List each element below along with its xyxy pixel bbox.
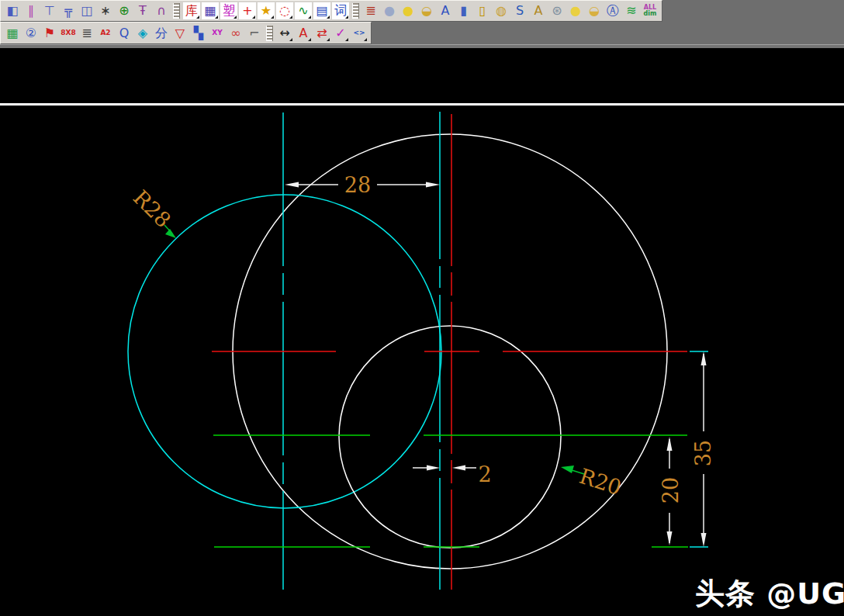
block-grid-icon-glyph: ▚ (194, 27, 203, 40)
arrow-dim-icon[interactable]: ⇄ (313, 25, 330, 42)
flange-icon[interactable]: ◫ (78, 2, 95, 19)
radius-dim-r20[interactable]: R20 (561, 464, 624, 500)
zoom-icon[interactable]: Q (116, 25, 133, 42)
layer-color-text-icon[interactable]: Ⓐ (604, 2, 621, 19)
drawing-canvas[interactable]: 28 2 35 (0, 106, 844, 616)
dimension-2[interactable]: 2 (413, 462, 492, 486)
inner-circle-r20[interactable] (339, 326, 561, 548)
toolbar-group-dimension-tools: ↔A⇄✓<> (275, 25, 368, 42)
dimension-35[interactable]: 35 (691, 351, 715, 547)
span-dim-icon[interactable]: <> (351, 25, 368, 42)
dimension-20[interactable]: 20 (659, 437, 683, 545)
hatch-lines-icon[interactable]: ∥ (22, 2, 40, 19)
view-3d-icon[interactable]: ◈ (134, 25, 151, 42)
dim-r28-label[interactable]: R28 (129, 185, 176, 233)
radius-dim-r28[interactable]: R28 (129, 185, 176, 238)
block-grid-icon[interactable]: ▚ (190, 25, 207, 42)
flyout-arrow (196, 16, 199, 19)
layer-unlock-icon[interactable]: ▯ (474, 2, 491, 19)
layer-settings-icon-glyph: ⊛ (552, 5, 562, 17)
library-icon[interactable]: 库 (183, 2, 200, 19)
layer-manager-icon[interactable]: ≣ (362, 2, 379, 19)
top-view-icon[interactable]: ⊤ (41, 2, 58, 19)
split-layer-icon[interactable]: 分 (153, 25, 170, 42)
flyout-arrow (345, 16, 348, 19)
filter-off-icon[interactable]: ▽ (171, 25, 189, 42)
toolbar-grip[interactable] (352, 3, 359, 19)
all-dim-icon[interactable]: ALLdim (642, 2, 659, 19)
screw-icon[interactable]: Ŧ (134, 2, 151, 19)
dashed-circle-icon[interactable]: ◌ (276, 2, 293, 19)
flyout-arrow (345, 38, 348, 41)
text-a2-icon[interactable]: A2 (97, 25, 114, 42)
toolbar-grip[interactable] (266, 26, 273, 41)
text-dim-icon[interactable]: A (295, 25, 312, 42)
arrow-dim-icon-glyph: ⇄ (316, 27, 327, 40)
link-circles-icon-glyph: ∞ (230, 27, 240, 40)
zoom-detail-icon[interactable]: ② (22, 25, 40, 42)
linear-dim-icon[interactable]: ↔ (276, 25, 293, 42)
scale-8x8-icon[interactable]: 8X8 (60, 25, 77, 42)
layer-current-bulb-icon[interactable]: ◍ (493, 2, 510, 19)
front-view-icon-glyph: ╦ (64, 5, 72, 17)
layer-off-bulb-icon[interactable]: ● (381, 2, 398, 19)
flyout-arrow (233, 16, 237, 19)
dimension-28[interactable]: 28 (285, 173, 440, 197)
fillet-icon-glyph: ⌐ (249, 27, 259, 40)
angle-dim-icon[interactable]: ✓ (332, 25, 349, 42)
toolbar-row-1-panel: ◧∥⊤╦◫∗⊕Ŧ∩ 库▦塑+★◌∿▤词 ≣●●◒A▮▯◍SA⊛●◒Ⓐ≋ALLdi… (0, 0, 662, 22)
mold-icon[interactable]: 塑 (220, 2, 237, 19)
layer-manager-icon-glyph: ≣ (365, 5, 375, 17)
layer-color-on-icon[interactable]: ● (567, 2, 584, 19)
span-dim-icon-glyph: <> (353, 29, 365, 36)
toolbar-filler (662, 0, 844, 22)
leader-arrow (165, 229, 176, 238)
dim-r20-label[interactable]: R20 (576, 464, 624, 500)
solid-view-icon-glyph: ◧ (6, 5, 18, 17)
xy-coords-icon[interactable]: XY (209, 25, 226, 42)
layer-unlock-icon-glyph: ▯ (479, 5, 486, 17)
flyout-arrow (308, 38, 311, 41)
front-view-icon[interactable]: ╦ (60, 2, 77, 19)
hidden-menu-area (0, 48, 844, 103)
dim-2-label[interactable]: 2 (478, 462, 491, 486)
solid-view-icon[interactable]: ◧ (4, 2, 21, 19)
zoom-icon-glyph: Q (119, 27, 130, 40)
center-target-icon[interactable]: ⊕ (116, 2, 133, 19)
slot-icon[interactable]: ∩ (153, 2, 170, 19)
dim-35-label[interactable]: 35 (691, 440, 715, 466)
layer-on-bulb-icon[interactable]: ● (400, 2, 417, 19)
toolbar-grip[interactable] (173, 3, 180, 19)
fillet-icon[interactable]: ⌐ (246, 25, 263, 42)
dim-28-label[interactable]: 28 (344, 173, 371, 197)
list-details-icon[interactable]: ≣ (78, 25, 95, 42)
toolbar-row-2-panel: ▦②⚑8X8≣A2Q◈分▽▚XY∞⌐ ↔A⇄✓<> (0, 22, 372, 44)
layer-a-icon[interactable]: A (530, 2, 547, 19)
text-dim-icon-glyph: A (299, 27, 308, 40)
table-icon[interactable]: ▦ (202, 2, 219, 19)
layer-stack-icon[interactable]: ≋ (623, 2, 640, 19)
link-circles-icon[interactable]: ∞ (227, 25, 244, 42)
layer-settings-icon[interactable]: ⊛ (548, 2, 566, 19)
center-cross-icon[interactable]: + (239, 2, 256, 19)
cad-drawing[interactable]: 28 2 35 (0, 106, 844, 616)
dim-20-label[interactable]: 20 (659, 477, 683, 504)
dashed-circle-icon-glyph: ◌ (279, 5, 290, 17)
layer-current-bulb-icon-glyph: ◍ (496, 5, 507, 17)
word-annotation-icon[interactable]: 词 (332, 2, 349, 19)
calculator-icon[interactable]: ▤ (313, 2, 330, 19)
layer-lock-icon[interactable]: ▮ (455, 2, 472, 19)
flyout-arrow (252, 16, 255, 19)
layer-freeze-bulb-icon[interactable]: ◒ (418, 2, 435, 19)
watermark-text: 头条 @UG网 (695, 576, 844, 611)
layer-text-bulb-icon[interactable]: A (437, 2, 454, 19)
layer-color-freeze-icon[interactable]: ◒ (586, 2, 603, 19)
block-star-icon[interactable]: ★ (258, 2, 275, 19)
spline-points-icon[interactable]: ∗ (97, 2, 114, 19)
grid-table-icon[interactable]: ▦ (4, 25, 21, 42)
dim-arrow-left (285, 182, 299, 188)
layer-s-icon[interactable]: S (511, 2, 528, 19)
flag-view-icon[interactable]: ⚑ (41, 25, 58, 42)
linear-dim-icon-glyph: ↔ (279, 27, 289, 40)
curve-icon[interactable]: ∿ (295, 2, 312, 19)
